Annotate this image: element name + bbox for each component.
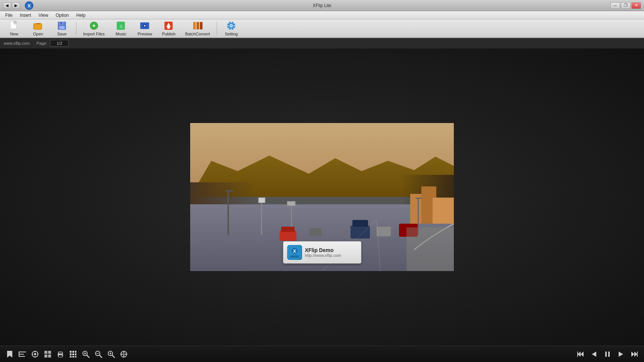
prev-page-btn[interactable] — [589, 349, 599, 359]
publish-label: Publish — [162, 32, 175, 36]
svg-rect-86 — [72, 356, 74, 358]
svg-rect-54 — [418, 198, 419, 235]
svg-rect-111 — [608, 352, 610, 357]
zoom-out-btn[interactable] — [93, 349, 104, 359]
svg-point-78 — [62, 354, 63, 355]
main-area: X XFlip Demo http://www.xflip.com — [0, 48, 644, 346]
svg-marker-107 — [581, 352, 584, 357]
svg-rect-44 — [352, 220, 368, 227]
app-logo: X — [25, 1, 34, 10]
menu-file[interactable]: File — [1, 12, 16, 19]
svg-rect-9 — [59, 26, 65, 29]
preview-button[interactable]: Preview — [133, 19, 156, 38]
demo-app-icon: X — [287, 245, 302, 260]
svg-rect-35 — [227, 190, 229, 235]
close-btn[interactable]: ✕ — [631, 2, 641, 9]
svg-marker-113 — [631, 352, 634, 357]
svg-rect-30 — [234, 25, 235, 26]
svg-rect-27 — [231, 22, 232, 23]
svg-rect-23 — [200, 22, 202, 29]
import-label: Import Files — [83, 32, 104, 36]
svg-rect-38 — [258, 198, 265, 203]
svg-rect-62 — [19, 354, 24, 355]
svg-marker-114 — [634, 352, 637, 357]
separator-1 — [76, 22, 76, 35]
grid-btn[interactable] — [68, 349, 78, 359]
titlebar-forward-btn[interactable]: ▶ — [12, 2, 20, 9]
svg-rect-55 — [416, 198, 422, 199]
svg-rect-84 — [75, 353, 76, 355]
restore-btn[interactable]: ❐ — [621, 2, 631, 9]
bottom-left-tools — [4, 349, 129, 359]
open-icon — [33, 21, 43, 31]
print-btn[interactable] — [55, 349, 66, 359]
next-page-btn[interactable] — [616, 349, 626, 359]
menu-option[interactable]: Option — [52, 12, 72, 19]
svg-line-96 — [112, 355, 114, 358]
page-input[interactable] — [50, 40, 69, 47]
toc-btn[interactable] — [17, 349, 28, 359]
search-btn[interactable] — [81, 349, 91, 359]
svg-rect-43 — [351, 226, 370, 239]
zoom-in-btn[interactable] — [106, 349, 116, 359]
svg-rect-22 — [197, 22, 199, 29]
menu-help[interactable]: Help — [73, 12, 89, 19]
open-button[interactable]: Open — [27, 19, 49, 38]
separator-2 — [217, 22, 217, 35]
save-icon — [57, 21, 67, 31]
svg-rect-41 — [280, 230, 296, 241]
demo-text: XFlip Demo http://www.xflip.com — [305, 247, 341, 258]
svg-marker-112 — [619, 352, 623, 357]
svg-rect-37 — [261, 198, 262, 235]
titlebar-nav: ◀ ▶ — [3, 2, 20, 9]
svg-rect-47 — [310, 228, 321, 236]
thumbnail-btn[interactable] — [30, 349, 40, 359]
svg-rect-73 — [44, 355, 47, 358]
demo-title: XFlip Demo — [305, 247, 341, 253]
import-button[interactable]: + Import Files — [79, 19, 108, 38]
demo-overlay: X XFlip Demo http://www.xflip.com — [283, 241, 361, 264]
svg-point-17 — [144, 25, 145, 26]
save-label: Save — [57, 32, 66, 36]
play-pause-btn[interactable] — [602, 349, 613, 359]
new-button[interactable]: New — [3, 19, 25, 38]
titlebar-back-btn[interactable]: ◀ — [3, 2, 11, 9]
music-label: Music — [116, 32, 126, 36]
fullscreen-btn[interactable] — [119, 349, 129, 359]
svg-point-66 — [34, 353, 36, 355]
new-icon — [9, 21, 19, 31]
svg-rect-79 — [70, 351, 72, 353]
book-container: X XFlip Demo http://www.xflip.com — [190, 123, 454, 271]
menu-view[interactable]: View — [35, 12, 52, 19]
new-label: New — [10, 32, 18, 36]
url-text: www.xflip.com — [4, 41, 30, 45]
first-page-btn[interactable] — [575, 349, 586, 359]
svg-rect-21 — [193, 22, 196, 29]
svg-text:X: X — [28, 3, 31, 9]
music-button[interactable]: ♫ Music — [110, 19, 132, 38]
bookmark-btn[interactable] — [4, 349, 15, 359]
book-image: X XFlip Demo http://www.xflip.com — [190, 123, 454, 271]
svg-rect-72 — [48, 351, 51, 354]
setting-button[interactable]: Setting — [220, 19, 242, 38]
panel-btn[interactable] — [43, 349, 53, 359]
svg-rect-40 — [287, 201, 295, 206]
preview-icon — [139, 21, 150, 31]
preview-label: Preview — [138, 32, 152, 36]
svg-marker-109 — [592, 352, 596, 357]
save-button[interactable]: Save — [51, 19, 73, 38]
titlebar: ◀ ▶ X XFlip Lite ─ ❐ ✕ — [0, 0, 644, 11]
svg-rect-46 — [377, 227, 391, 236]
batchconvert-button[interactable]: BatchConvert — [181, 19, 214, 38]
batchconvert-icon — [192, 21, 203, 31]
svg-text:♫: ♫ — [119, 23, 123, 29]
svg-rect-80 — [72, 351, 74, 353]
last-page-btn[interactable] — [629, 349, 640, 359]
svg-rect-115 — [637, 352, 638, 357]
svg-rect-61 — [19, 352, 26, 352]
menubar: File Insert View Option Help — [0, 11, 644, 19]
menu-insert[interactable]: Insert — [16, 12, 35, 19]
minimize-btn[interactable]: ─ — [610, 2, 620, 9]
publish-button[interactable]: Publish — [157, 19, 180, 38]
svg-marker-106 — [578, 352, 581, 357]
